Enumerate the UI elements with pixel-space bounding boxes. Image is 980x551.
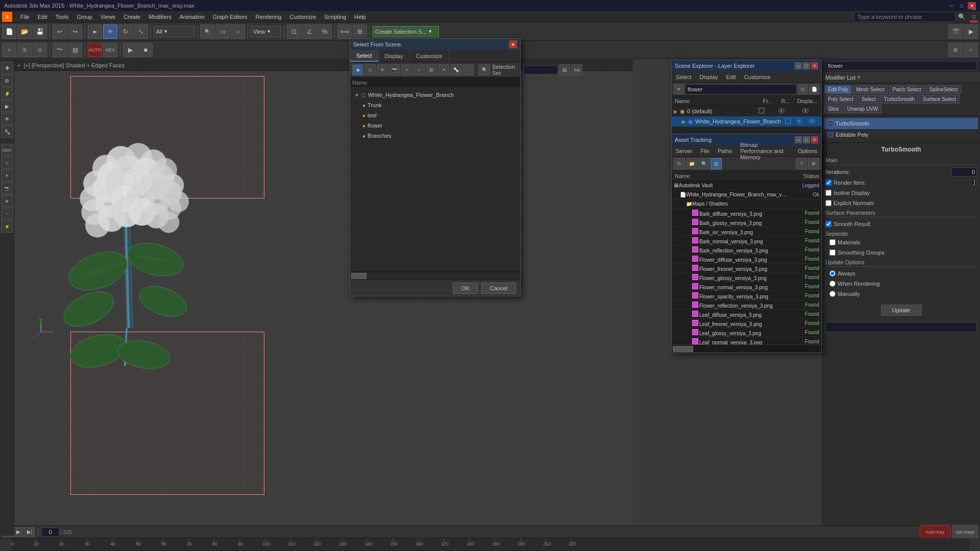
at-list-item[interactable]: Flower_normal_versiya_3.png Found: [672, 282, 821, 291]
manually-radio[interactable]: [829, 291, 836, 297]
filter-helper-btn[interactable]: +: [401, 64, 412, 76]
at-list-item[interactable]: Leaf_glossy_versiya_3.png Found: [672, 328, 821, 337]
move-button[interactable]: ✛: [103, 24, 117, 39]
when-rendering-radio[interactable]: [829, 281, 836, 287]
viewport-canvas[interactable]: X Y Z: [14, 71, 633, 525]
mod-btn-patch-select[interactable]: Patch Select: [889, 85, 925, 94]
filter-warp-btn[interactable]: ~: [413, 64, 425, 76]
at-list-item[interactable]: Flower_opacity_versiya_3.png Found: [672, 291, 821, 300]
at-list-item[interactable]: Bark_normal_versiya_3.png Found: [672, 236, 821, 245]
se-toolbar-btn1[interactable]: ✕: [674, 84, 684, 94]
rotate-button[interactable]: ↻: [118, 24, 133, 39]
at-list-item[interactable]: Bark_reflection_versiya_3.png Found: [672, 245, 821, 255]
at-list-item[interactable]: Leaf_normal_versiya_3.png Found: [672, 337, 821, 344]
menu-views[interactable]: Views: [96, 11, 119, 22]
at-list-item[interactable]: Flower_reflection_versiya_3.png Found: [672, 300, 821, 310]
at-menu-file[interactable]: File: [696, 145, 714, 156]
iterations-input[interactable]: [951, 167, 977, 177]
filter-light-btn[interactable]: ☀: [377, 64, 388, 76]
case-sensitive-btn[interactable]: Aa: [571, 64, 582, 76]
mod-btn-surface-select[interactable]: Surface Select: [919, 95, 960, 104]
create-selection-dropdown[interactable]: Create Selection S...▾: [373, 26, 439, 37]
curve-editor-button[interactable]: 〜: [53, 43, 67, 57]
modify-tab[interactable]: ⚙: [1, 74, 13, 87]
se-layer-hydrangea[interactable]: ▶ ◉ White_Hydrangea_Flower_Branch: [672, 116, 821, 127]
at-settings-btn[interactable]: ⚙: [808, 158, 819, 169]
undo-button[interactable]: ↩: [53, 24, 67, 39]
hierarchy-tab[interactable]: ⚡: [1, 87, 13, 99]
rect-select-button[interactable]: ▭: [215, 24, 230, 39]
menu-graph-editors[interactable]: Graph Editors: [209, 11, 252, 22]
update-button[interactable]: Update: [881, 305, 922, 316]
mod-btn-slice[interactable]: Slice: [824, 105, 843, 113]
menu-help[interactable]: Help: [350, 11, 370, 22]
containers-button[interactable]: ⊡: [33, 43, 47, 57]
mod-btn-edit-poly[interactable]: Edit Poly: [824, 85, 851, 94]
tree-root[interactable]: ▼ ⬡ White_Hydrangea_Flower_Branch: [352, 90, 518, 100]
geometry-create-btn[interactable]: GEO: [1, 144, 13, 156]
camera-btn[interactable]: 📷: [1, 182, 13, 194]
at-list-item[interactable]: 📁Maps / Shaders: [672, 199, 821, 209]
timeline-right-arrow[interactable]: ▶: [970, 538, 980, 551]
find-btn[interactable]: 🔍: [479, 64, 490, 76]
filter-ext-btn[interactable]: ↗: [438, 64, 449, 76]
filter-bone-btn[interactable]: 🦴: [450, 64, 461, 76]
angle-snap-button[interactable]: ∠: [302, 24, 316, 39]
always-radio[interactable]: [829, 270, 836, 277]
align-button[interactable]: ⊞: [353, 24, 367, 39]
viewport[interactable]: + [+] [Perspective] Shaded + Edged Faces…: [14, 60, 633, 525]
at-list-item[interactable]: 🏛Autodesk Vault Logged: [672, 181, 821, 190]
se-menu-select[interactable]: Select: [672, 71, 696, 82]
menu-scripting[interactable]: Scripting: [320, 11, 350, 22]
filter-cam-btn[interactable]: 📷: [389, 64, 400, 76]
max-view-button[interactable]: ⤢: [964, 43, 978, 57]
search-icon[interactable]: 🔍: [958, 13, 966, 20]
dialog-tree[interactable]: ▼ ⬡ White_Hydrangea_Flower_Branch ● Trun…: [350, 88, 520, 271]
current-frame-input[interactable]: [41, 528, 59, 537]
se-close-btn[interactable]: ✕: [811, 62, 818, 69]
at-list-item[interactable]: Flower_glossy_versiya_3.png Found: [672, 273, 821, 282]
at-menu-bitmap[interactable]: Bitmap Performance and Memory: [736, 145, 794, 156]
at-refresh-btn[interactable]: ↻: [674, 158, 685, 169]
snap-toggle-button[interactable]: ⊡: [287, 24, 301, 39]
se-max-btn[interactable]: □: [803, 62, 810, 69]
set-key-button[interactable]: KEY: [103, 43, 117, 57]
mod-btn-poly-select[interactable]: Poly Select: [824, 95, 857, 104]
new-file-button[interactable]: 📄: [2, 24, 16, 39]
search-input[interactable]: Type a keyword or phrase: [854, 12, 956, 22]
se-min-btn[interactable]: ─: [795, 62, 802, 69]
at-list-item[interactable]: Leaf_fresnel_versiya_3.png Found: [672, 319, 821, 328]
isoline-checkbox[interactable]: [825, 190, 831, 196]
modifier-list-arrow[interactable]: ▾: [857, 74, 861, 81]
redo-button[interactable]: ↪: [68, 24, 82, 39]
menu-group[interactable]: Group: [72, 11, 96, 22]
render-iters-checkbox[interactable]: [825, 180, 831, 186]
hscroll-thumb[interactable]: [351, 273, 366, 279]
filter-shape-btn[interactable]: ◇: [364, 64, 376, 76]
at-explore-btn[interactable]: 🔍: [698, 158, 709, 169]
scale-button[interactable]: ⤡: [134, 24, 148, 39]
filter-dropdown[interactable]: All▾: [154, 26, 194, 37]
dialog-tab-customize[interactable]: Customize: [410, 50, 449, 62]
auto-key-btn[interactable]: Auto Key: [920, 525, 950, 539]
filter-group-btn[interactable]: ⊞: [426, 64, 437, 76]
at-hscrollbar[interactable]: [672, 344, 821, 353]
menu-file[interactable]: File: [16, 11, 34, 22]
mod-stack-editpoly[interactable]: Editable Poly: [824, 129, 978, 140]
mod-stack-turbosmooth[interactable]: TurboSmooth: [824, 118, 978, 129]
helpers-btn[interactable]: ⊕: [1, 195, 13, 207]
select-by-name-button[interactable]: 🔍: [200, 24, 214, 39]
open-file-button[interactable]: 📂: [17, 24, 32, 39]
smooth-result-checkbox[interactable]: [825, 221, 831, 227]
at-list-item[interactable]: Flower_diffuse_versiya_3.png Found: [672, 255, 821, 264]
maximize-button[interactable]: □: [958, 2, 966, 9]
dialog-hscroll[interactable]: [350, 271, 520, 280]
at-min-btn[interactable]: ─: [795, 136, 802, 143]
shapes-btn[interactable]: ◇: [1, 157, 13, 169]
systems-btn[interactable]: ⚡: [1, 220, 13, 233]
utilities-tab[interactable]: 🔧: [1, 126, 13, 138]
tree-item-branches[interactable]: ● Branches: [360, 131, 518, 141]
explicit-normals-checkbox[interactable]: [825, 200, 831, 206]
main-maximize[interactable]: □: [970, 13, 978, 20]
menu-rendering[interactable]: Rendering: [252, 11, 286, 22]
